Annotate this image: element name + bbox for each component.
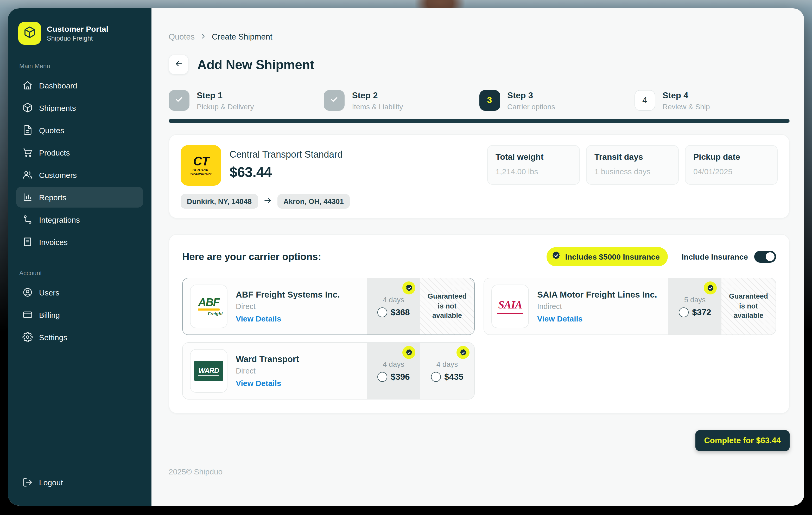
sidebar-item-logout[interactable]: Logout [16, 472, 143, 493]
view-details-link[interactable]: View Details [236, 314, 340, 323]
price-option[interactable]: 4 days $396 [367, 343, 420, 399]
step-1[interactable]: Step 1 Pickup & Delivery [169, 90, 324, 111]
credit-card-icon [22, 309, 33, 320]
guaranteed-seal-icon [402, 281, 415, 295]
sidebar-item-quotes[interactable]: Quotes [16, 120, 143, 141]
price-option[interactable]: 4 days $368 [367, 278, 420, 334]
transit-time: 4 days [383, 296, 404, 304]
ward-logo: WARD [190, 349, 228, 393]
view-details-link[interactable]: View Details [537, 314, 657, 323]
step-2[interactable]: Step 2 Items & Liability [324, 90, 480, 111]
carrier-grid: ABF Freight ABF Freight Systems Inc. Dir… [182, 278, 776, 399]
bar-chart-icon [22, 192, 33, 202]
sidebar-item-invoices[interactable]: Invoices [16, 232, 143, 252]
transit-time: 4 days [436, 360, 458, 368]
sidebar-item-customers[interactable]: Customers [16, 164, 143, 185]
sidebar-item-label: Logout [39, 478, 63, 487]
sidebar-item-reports[interactable]: Reports [16, 187, 143, 208]
brand-logo [18, 22, 41, 45]
sidebar-item-label: Reports [39, 193, 66, 202]
price-radio[interactable] [431, 372, 441, 382]
selected-carrier-name: Central Transport Standard [230, 149, 343, 160]
sidebar-spacer [16, 349, 143, 472]
destination-pill: Akron, OH, 44301 [277, 194, 350, 209]
saia-logo: SAIA [491, 284, 529, 328]
carrier-options-heading: Here are your carrier options: [182, 251, 321, 263]
insurance-badge-text: Includes $5000 Insurance [565, 252, 660, 261]
price-value: $372 [692, 307, 711, 317]
price-radio[interactable] [678, 307, 688, 317]
progress-fill [169, 119, 790, 123]
sidebar-item-shipments[interactable]: Shipments [16, 97, 143, 118]
insurance-toggle-label: Include Insurance [682, 252, 748, 261]
screen: Customer Portal Shipduo Freight Main Men… [0, 0, 812, 515]
price-radio[interactable] [377, 307, 387, 317]
toggle-knob [766, 252, 775, 261]
step-subtitle: Items & Liability [352, 102, 403, 111]
complete-button[interactable]: Complete for $63.44 [695, 430, 790, 451]
sidebar-item-label: Integrations [39, 215, 80, 224]
stat-total-weight: Total weight 1,214.00 lbs [487, 145, 580, 185]
central-transport-logo: CT CENTRAL TRANSPORT [181, 145, 221, 186]
carrier-name: Ward Transport [236, 354, 299, 364]
price-option[interactable]: 5 days $372 [668, 278, 721, 334]
sidebar-item-billing[interactable]: Billing [16, 304, 143, 325]
carrier-card-abf[interactable]: ABF Freight ABF Freight Systems Inc. Dir… [182, 278, 475, 335]
receipt-icon [22, 237, 33, 247]
stat-label: Transit days [594, 152, 670, 162]
breadcrumb-current: Create Shipment [212, 32, 272, 41]
carrier-card-ward[interactable]: WARD Ward Transport Direct View Details [182, 342, 475, 399]
sidebar-item-dashboard[interactable]: Dashboard [16, 75, 143, 96]
arrow-right-icon [263, 196, 272, 207]
box-icon [22, 102, 33, 113]
step-title: Step 2 [352, 90, 403, 100]
step-4-indicator: 4 [635, 90, 655, 111]
selected-carrier-price: $63.44 [230, 164, 343, 181]
carrier-name: ABF Freight Systems Inc. [236, 290, 340, 300]
price-value: $396 [390, 372, 410, 382]
insurance-badge: Includes $5000 Insurance [546, 247, 668, 266]
view-details-link[interactable]: View Details [236, 379, 299, 388]
progress-track [169, 119, 790, 123]
nav-section-main-menu: Main Menu [19, 62, 140, 70]
stat-label: Total weight [495, 152, 572, 162]
guaranteed-seal-icon [704, 281, 717, 295]
insurance-toggle[interactable] [754, 251, 776, 263]
step-3[interactable]: 3 Step 3 Carrier options [479, 90, 635, 111]
step-subtitle: Pickup & Delivery [197, 102, 254, 111]
step-subtitle: Review & Ship [663, 102, 710, 111]
arrow-left-icon [174, 59, 183, 70]
check-icon [174, 94, 184, 107]
brand: Customer Portal Shipduo Freight [16, 19, 143, 45]
sidebar-item-label: Billing [39, 310, 60, 319]
price-option[interactable]: 4 days $435 [420, 343, 474, 399]
abf-logo: ABF Freight [190, 284, 228, 328]
seal-check-icon [551, 251, 561, 263]
carrier-service-type: Indirect [537, 302, 657, 310]
sidebar-item-products[interactable]: Products [16, 142, 143, 163]
brand-subtitle: Shipduo Freight [47, 35, 108, 42]
guarantee-note: Guaranteed is not available [420, 278, 474, 334]
sidebar-item-settings[interactable]: Settings [16, 327, 143, 347]
footer-copyright: 2025© Shipduo [169, 467, 790, 476]
integration-icon [22, 214, 33, 225]
sidebar-item-users[interactable]: Users [16, 282, 143, 303]
sidebar: Customer Portal Shipduo Freight Main Men… [8, 8, 151, 506]
users-icon [22, 170, 33, 180]
summary-stats: Total weight 1,214.00 lbs Transit days 1… [487, 145, 778, 186]
home-icon [22, 80, 33, 91]
carrier-service-type: Direct [236, 367, 299, 375]
step-4[interactable]: 4 Step 4 Review & Ship [635, 90, 790, 111]
sidebar-item-integrations[interactable]: Integrations [16, 209, 143, 230]
stat-pickup-date: Pickup date 04/01/2025 [685, 145, 778, 185]
chevron-right-icon [200, 32, 207, 41]
breadcrumb-quotes[interactable]: Quotes [169, 32, 195, 41]
carrier-name: SAIA Motor Freight Lines Inc. [537, 290, 657, 300]
back-button[interactable] [169, 55, 188, 74]
stat-value: 04/01/2025 [693, 167, 769, 176]
carrier-card-saia[interactable]: SAIA SAIA Motor Freight Lines Inc. Indir… [484, 278, 776, 335]
page-title: Add New Shipment [197, 57, 314, 72]
price-radio[interactable] [377, 372, 387, 382]
transit-time: 4 days [383, 360, 404, 368]
cart-icon [22, 147, 33, 158]
